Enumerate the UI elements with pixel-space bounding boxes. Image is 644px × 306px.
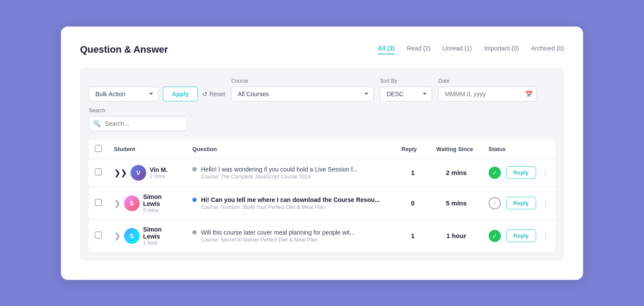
tab-archived[interactable]: Archived (0) [531,45,564,54]
page-header: Question & Answer All (3)Read (2)Unread … [80,44,564,55]
table-row: ❯ S Simon Lewis 5 mins Hi! Can you tell … [89,187,555,219]
reply-button[interactable]: Reply [506,229,536,242]
question-course: Course: The Complete JavaScript Course 2… [201,174,358,180]
table-header-row: Student Question Reply Waiting Since Sta… [89,140,555,159]
avatar: S [124,195,140,211]
date-filter: Date 📅 [438,78,537,101]
th-student: Student [108,140,186,159]
arrow-outline-icon: ❯ [114,231,121,241]
student-time: 2 mins [150,173,168,179]
course-filter: Course All CoursesThe Complete JavaScrip… [231,78,374,101]
row-checkbox-cell [89,187,108,219]
th-waiting-since: Waiting Since [430,140,483,159]
student-name: Simon Lewis [143,226,180,240]
reply-count-cell: 1 [396,158,430,187]
date-input[interactable] [438,87,537,101]
question-text: Hi! Can you tell me where I can download… [201,196,380,203]
row-checkbox-cell [89,219,108,252]
reply-button[interactable]: Reply [506,197,536,209]
search-wrapper: 🔍 [89,116,188,131]
waiting-since-cell: 5 mins [430,187,483,219]
table-row: ❯ S Simon Lewis 1 hour Will this course … [89,219,555,252]
tab-unread[interactable]: Unread (1) [443,45,472,54]
reply-count-cell: 1 [396,219,430,252]
bulk-action-wrapper: Bulk ActionMark ReadMark UnreadArchive A… [89,87,225,101]
reset-button[interactable]: ↺ Reset [202,91,225,98]
question-course: Course: Secret to Master Perfect Diet & … [201,237,355,243]
status-cell: ✓ Reply ⋮ [483,219,555,252]
student-time: 5 mins [143,207,180,213]
waiting-time: 1 hour [446,232,466,239]
sort-select[interactable]: DESCASC [380,87,432,101]
th-reply: Reply [396,140,430,159]
tab-important[interactable]: Important (0) [484,45,519,54]
th-checkbox [89,140,108,159]
arrow-filled-icon: ❯❯ [114,168,127,178]
search-icon: 🔍 [93,120,101,127]
student-info: Simon Lewis 1 hour [143,226,180,246]
date-input-wrapper: 📅 [438,87,537,101]
search-label: Search [89,108,188,114]
sort-filter: Sort By DESCASC [380,78,432,101]
student-time: 1 hour [143,240,180,246]
status-cell: ✓ Reply ⋮ [483,187,555,219]
more-options-icon[interactable]: ⋮ [541,198,549,208]
student-cell: ❯❯ V Vin M. 2 mins [108,158,186,187]
question-text: Hello! I was wondering if you could hold… [201,166,358,173]
row-checkbox-1[interactable] [95,199,102,206]
search-input[interactable] [89,116,188,131]
waiting-time: 2 mins [446,169,467,176]
avatar: V [131,165,146,181]
content-area: Bulk ActionMark ReadMark UnreadArchive A… [80,67,564,261]
page-title: Question & Answer [80,44,168,55]
filters-row: Bulk ActionMark ReadMark UnreadArchive A… [89,78,555,131]
th-status: Status [483,140,555,159]
questions-table: Student Question Reply Waiting Since Sta… [89,140,555,252]
question-dot [192,230,197,235]
apply-button[interactable]: Apply [163,87,198,101]
student-info: Simon Lewis 5 mins [143,193,180,213]
question-dot [192,198,197,202]
student-name: Vin M. [150,166,168,173]
reply-count-cell: 0 [396,187,430,219]
calendar-icon: 📅 [525,91,533,98]
course-select[interactable]: All CoursesThe Complete JavaScript Cours… [231,87,374,101]
main-card: Question & Answer All (3)Read (2)Unread … [61,27,583,280]
question-dot [192,167,197,171]
waiting-since-cell: 2 mins [430,158,483,187]
status-resolved-icon: ✓ [489,230,501,242]
reply-count: 0 [411,199,414,207]
waiting-since-cell: 1 hour [430,219,483,252]
question-cell: Hi! Can you tell me where I can download… [186,187,396,219]
student-info: Vin M. 2 mins [150,166,168,179]
reply-count: 1 [411,232,414,239]
more-options-icon[interactable]: ⋮ [541,168,549,178]
status-cell: ✓ Reply ⋮ [483,158,555,187]
tab-read[interactable]: Read (2) [407,45,430,54]
reset-label: Reset [209,91,225,98]
tab-all[interactable]: All (3) [378,45,395,54]
date-label: Date [438,78,537,84]
select-all-checkbox[interactable] [95,145,102,152]
status-pending-icon: ✓ [489,197,501,209]
question-course: Course: Nutrition: Build Your Perfect Di… [201,204,380,210]
reply-button[interactable]: Reply [506,166,536,179]
avatar: S [124,228,140,244]
reply-count: 1 [411,169,414,176]
question-cell: Hello! I was wondering if you could hold… [186,158,396,187]
row-checkbox-2[interactable] [95,232,102,239]
row-checkbox-0[interactable] [95,168,102,175]
bulk-action-select[interactable]: Bulk ActionMark ReadMark UnreadArchive [89,87,158,101]
row-checkbox-cell [89,158,108,187]
waiting-time: 5 mins [446,199,467,207]
more-options-icon[interactable]: ⋮ [541,231,549,241]
arrow-outline-icon: ❯ [114,198,121,208]
tabs-nav: All (3)Read (2)Unread (1)Important (0)Ar… [378,45,564,54]
sort-label: Sort By [380,78,432,84]
table-row: ❯❯ V Vin M. 2 mins Hello! I was wonderin… [89,158,555,187]
reset-icon: ↺ [202,91,208,98]
student-cell: ❯ S Simon Lewis 1 hour [108,219,186,252]
student-name: Simon Lewis [143,193,180,207]
question-cell: Will this course later cover meal planni… [186,219,396,252]
th-question: Question [186,140,396,159]
